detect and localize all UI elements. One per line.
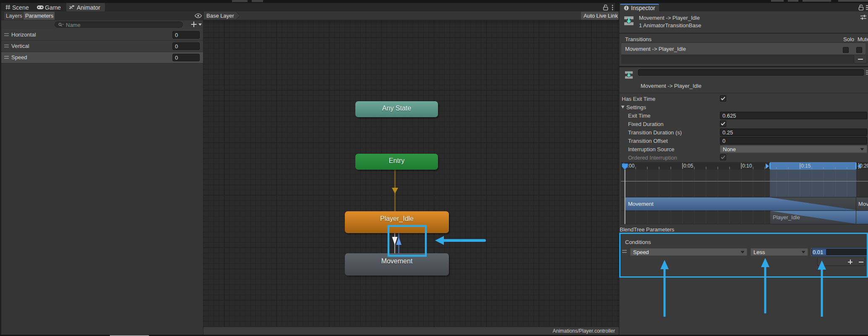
svg-text:Mov: Mov: [858, 201, 868, 207]
svg-text:0:15: 0:15: [801, 163, 811, 169]
svg-text:0:10: 0:10: [742, 163, 752, 169]
svg-text:Player_Idle: Player_Idle: [773, 214, 800, 220]
svg-text:0:05: 0:05: [683, 163, 693, 169]
svg-text:Movement: Movement: [628, 201, 654, 207]
